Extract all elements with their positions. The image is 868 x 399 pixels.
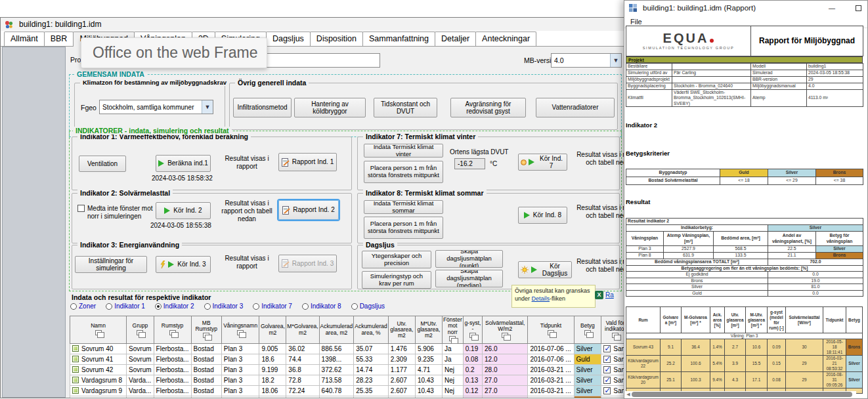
tab-sammanfattning[interactable]: Sammanfattning bbox=[362, 32, 435, 46]
radio-indikator-1[interactable]: Indikator 1 bbox=[106, 303, 145, 310]
column-header-golvarea-m2[interactable]: Golvarea, m2 bbox=[259, 316, 286, 344]
cell: Sovrum bbox=[127, 344, 154, 354]
tab-disposition[interactable]: Disposition bbox=[310, 32, 363, 46]
infiltrationsmetod-button[interactable]: Infiltrationsmetod bbox=[233, 98, 292, 117]
cell: 702.0 bbox=[768, 259, 863, 266]
checkbox-icon[interactable] bbox=[603, 377, 611, 384]
column-header-mb-rumstyp[interactable]: MB Rumstyp bbox=[191, 316, 221, 344]
kor-ind7-button[interactable]: Kör Ind. 7 bbox=[518, 154, 567, 171]
hantering-av-koldbryggor-button[interactable]: Hantering av köldbryggor bbox=[294, 98, 366, 117]
column-header-solvärmelasttal-w-m2[interactable]: Solvärmelasttal, W/m2 bbox=[483, 316, 528, 344]
table-row[interactable]: Sovrum 42SovrumFlerbosta...BostadPlan 39… bbox=[70, 365, 630, 375]
simuleringstyp-button[interactable]: Simuleringstyp och krav per rum bbox=[362, 271, 431, 289]
column-header-fönster-mot-norr[interactable]: Fönster mot norr bbox=[442, 316, 463, 344]
maximize-button[interactable] bbox=[848, 1, 868, 15]
scrollbar-thumb[interactable] bbox=[632, 392, 852, 397]
checkbox-icon[interactable] bbox=[603, 345, 611, 352]
column-header-betyg[interactable]: Betyg bbox=[574, 316, 601, 344]
filter-icon[interactable] bbox=[203, 333, 209, 338]
filter-icon[interactable] bbox=[137, 330, 143, 335]
filter-icon[interactable] bbox=[237, 330, 244, 335]
skapa-matplan-punkt-button[interactable]: Skapa dagsljusmätplan (punkt) bbox=[435, 250, 503, 268]
mb-version-select[interactable]: 4.0 ▼ bbox=[551, 53, 622, 68]
kor-ind8-button[interactable]: Kör Ind. 8 bbox=[518, 207, 567, 224]
column-header-m-golvarea-m2[interactable]: M*Golvarea, m2 bbox=[286, 316, 319, 344]
tab-bbr[interactable]: BBR bbox=[44, 32, 74, 46]
kor-ind3-button[interactable]: Kör Ind. 3 bbox=[156, 256, 211, 273]
tab-anteckningar[interactable]: Anteckningar bbox=[475, 32, 536, 46]
horizontal-scrollbar[interactable]: ◀ bbox=[625, 391, 856, 398]
filter-icon[interactable] bbox=[502, 333, 508, 338]
column-header-ackumulerad-area-m2[interactable]: Ackumulerad area, m2 bbox=[319, 316, 354, 344]
checkbox-icon[interactable] bbox=[603, 387, 611, 394]
filter-icon[interactable] bbox=[612, 333, 618, 338]
indicator-radio-row: ZonerIndikator 1Indikator 2Indikator 3In… bbox=[70, 303, 385, 310]
placera-person-vinter-button[interactable]: Placera person 1 m från största fönstret… bbox=[364, 161, 443, 183]
column-header-tidpunkt[interactable]: Tidpunkt bbox=[528, 316, 574, 344]
table-row[interactable]: Vardagsrum 9Varda...Flerbosta...BostadPl… bbox=[70, 386, 630, 396]
radio-dagsljus[interactable]: Dagsljus bbox=[351, 303, 385, 310]
radio-indikator-7[interactable]: Indikator 7 bbox=[253, 303, 292, 310]
avgransning-button[interactable]: Avgränsning för redovisat gsyst bbox=[450, 98, 526, 117]
report-header-table: EQUA SIMULATION TECHNOLOGY GROUP Rapport… bbox=[626, 26, 863, 56]
filter-icon[interactable] bbox=[584, 330, 591, 335]
filter-icon[interactable] bbox=[95, 330, 102, 335]
column-header-rumstyp[interactable]: Rumstyp bbox=[154, 316, 191, 344]
details-link[interactable]: Details bbox=[532, 295, 550, 302]
tab-allmänt[interactable]: Allmänt bbox=[4, 32, 45, 46]
placera-person-sommar-button[interactable]: Placera person 1 m från största fönstret… bbox=[364, 217, 443, 239]
filter-icon[interactable] bbox=[548, 330, 554, 335]
excel-report-link[interactable]: X Ra bbox=[595, 291, 614, 299]
vattenradiatorer-button[interactable]: Vattenradiatorer bbox=[536, 98, 615, 117]
rapport-ind1-button[interactable]: Rapport Ind. 1 bbox=[278, 153, 337, 171]
filter-icon[interactable] bbox=[449, 336, 456, 341]
column-header-namn[interactable]: Namn bbox=[70, 316, 127, 344]
kor-dagsljus-button[interactable]: Kör Dagsljus bbox=[518, 261, 572, 278]
indata-termiskt-vinter-button[interactable]: Indata Termiskt klimat vinter bbox=[364, 144, 443, 158]
fgeo-select[interactable]: Stockholm, samtliga kommuner ▼ bbox=[99, 100, 213, 114]
tab-dagsljus[interactable]: Dagsljus bbox=[266, 32, 311, 46]
detail-row: Kök/vardagsrum 2225.2100.65.4%3.915.50.1… bbox=[626, 356, 863, 372]
medta-inte-fonster-checkbox[interactable]: Medta inte fönster mot norr i simulering… bbox=[77, 205, 155, 220]
column-header-g-syst-[interactable]: g-syst, - bbox=[463, 316, 482, 344]
column-header-m-utv-glasarea-m2[interactable]: M*Utv. glasarea, m2 bbox=[415, 316, 442, 344]
ytegenskaper-button[interactable]: Ytegenskaper och precision bbox=[362, 251, 431, 268]
column-header-våningsnamn[interactable]: Våningsnamn bbox=[221, 316, 259, 344]
checkbox-icon[interactable] bbox=[603, 398, 611, 398]
ind3-result-text: Resultat visas i rapport bbox=[219, 255, 274, 270]
table-row[interactable]: Vardagsrum 8Varda...Flerbosta...BostadPl… bbox=[70, 375, 630, 386]
table-row[interactable]: Sovrum 41SovrumFlerbosta...BostadPlan 31… bbox=[70, 354, 630, 365]
rapport-ind3-button[interactable]: Rapport Ind. 3 bbox=[278, 255, 337, 272]
cell: 72.8 bbox=[286, 375, 319, 386]
ventilation-button[interactable]: Ventilation bbox=[79, 156, 126, 172]
column-header-utv-glasarea-m2[interactable]: Utv. glasarea, m2 bbox=[388, 316, 415, 344]
minimize-button[interactable]: — bbox=[821, 1, 842, 15]
tidskonstant-och-dvut-button[interactable]: Tidskonstant och DVUT bbox=[374, 98, 437, 117]
filter-icon[interactable] bbox=[469, 333, 476, 338]
indata-termiskt-sommar-button[interactable]: Indata Termiskt klimat sommar bbox=[364, 200, 443, 214]
radio-indikator-8[interactable]: Indikator 8 bbox=[302, 303, 341, 310]
checkbox-icon[interactable] bbox=[603, 366, 611, 373]
column-header-grupp[interactable]: Grupp bbox=[127, 316, 154, 344]
info-cell: Väderfil SWE_Stockholm-Bromma_Stockholm_… bbox=[672, 90, 751, 107]
checkbox-icon[interactable] bbox=[603, 356, 611, 363]
filter-icon[interactable] bbox=[169, 330, 176, 335]
radio-zoner[interactable]: Zoner bbox=[70, 303, 96, 310]
radio-indikator-2[interactable]: Indikator 2 bbox=[155, 303, 194, 310]
installningar-simulering-button[interactable]: Inställningar för simulering bbox=[75, 256, 147, 273]
column-header-ackumulerad-area-[interactable]: Ackumulerad area, % bbox=[354, 316, 389, 344]
berakna-ind1-button[interactable]: Beräkna ind.1 bbox=[156, 155, 211, 172]
tab-detaljer[interactable]: Detaljer bbox=[435, 32, 476, 46]
detail-group-row: Våning: Plan 3 bbox=[626, 333, 863, 339]
main-window-title: building1: building1.idm bbox=[19, 20, 101, 29]
kor-ind2-button[interactable]: Kör Ind. 2 bbox=[156, 202, 211, 219]
dvut-field[interactable]: -16.2 bbox=[454, 158, 485, 169]
skapa-matplan-median-button[interactable]: Skapa dagsljusmätplan (median) bbox=[435, 270, 503, 287]
menu-file[interactable]: File bbox=[630, 18, 642, 26]
betyg-cell: Brons bbox=[574, 396, 601, 398]
radio-indikator-3[interactable]: Indikator 3 bbox=[204, 303, 244, 310]
table-row[interactable]: Sovrum 40SovrumFlerbosta...BostadPlan 39… bbox=[70, 344, 630, 354]
scroll-left-icon[interactable]: ◀ bbox=[625, 392, 632, 397]
table-row[interactable]: Sovrum 43SovrumFlerbosta...BostadPlan 39… bbox=[70, 396, 630, 398]
rapport-ind2-button[interactable]: Rapport Ind. 2 bbox=[278, 200, 339, 220]
